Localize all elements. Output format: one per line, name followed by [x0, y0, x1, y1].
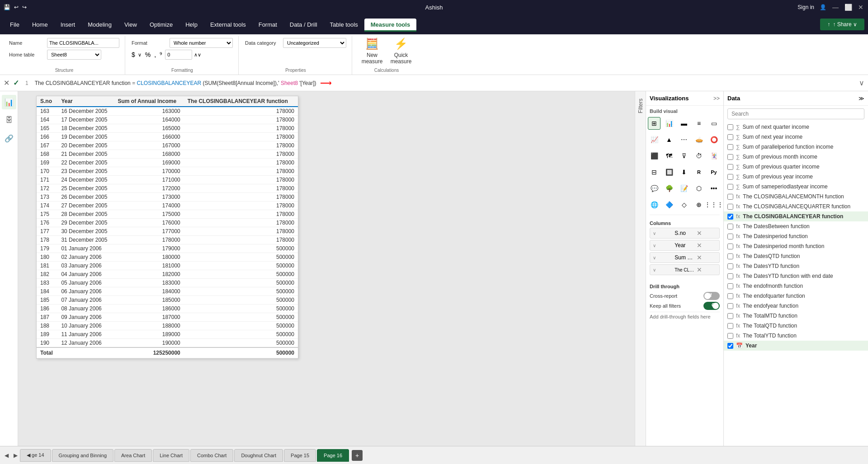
decimal-input[interactable]	[165, 50, 192, 60]
menu-data-drill[interactable]: Data / Drill	[283, 19, 324, 31]
viz-donut-icon[interactable]: ⭕	[708, 133, 720, 146]
tab-page16[interactable]: Page 16	[317, 449, 349, 462]
save-icon[interactable]: 💾	[4, 4, 10, 10]
data-list-item[interactable]: fxThe TotalMTD function	[724, 311, 868, 321]
data-list-item[interactable]: ∑Sum of next year income	[724, 132, 868, 142]
share-button[interactable]: ↑ ↑ Share ∨	[820, 19, 864, 30]
data-item-checkbox[interactable]	[727, 224, 733, 230]
viz-col-year-remove[interactable]: ✕	[697, 242, 717, 249]
decimal-more-btn[interactable]: ⁹	[160, 51, 162, 58]
viz-table-icon[interactable]: ⊞	[648, 117, 660, 130]
data-list-item[interactable]: ∑Sum of parallelperiod function income	[724, 142, 868, 152]
data-list-item[interactable]: ∑Sum of next quarter income	[724, 122, 868, 132]
data-list-item[interactable]: ∑Sum of sameperiodlastyear income	[724, 182, 868, 192]
data-item-checkbox[interactable]	[727, 253, 733, 259]
formula-cancel-btn[interactable]: ✕	[4, 79, 9, 87]
data-item-checkbox[interactable]	[727, 293, 733, 299]
data-item-checkbox[interactable]	[727, 194, 733, 200]
viz-keep-filters-toggle[interactable]: On	[703, 302, 720, 310]
data-list-item[interactable]: ∑Sum of previous year income	[724, 172, 868, 182]
data-list-item[interactable]: 📅Year	[724, 341, 868, 351]
data-panel-collapse-btn[interactable]: ≫	[859, 95, 864, 102]
currency-symbol-btn[interactable]: $	[132, 51, 135, 58]
tab-doughnut-chart[interactable]: Doughnut Chart	[234, 449, 283, 462]
data-list-item[interactable]: fxThe DatesYTD function	[724, 261, 868, 271]
viz-cross-report-toggle[interactable]: Off	[703, 292, 720, 300]
viz-100-bar-icon[interactable]: ▭	[708, 117, 720, 130]
viz-col-sno-remove[interactable]: ✕	[697, 230, 717, 237]
viz-custom1-icon[interactable]: 🔷	[663, 198, 675, 211]
data-list-item[interactable]: ∑Sum of previous quarter income	[724, 162, 868, 172]
tab-next-btn[interactable]: ▶	[11, 449, 20, 462]
decimal-arrows[interactable]: ∧∨	[194, 52, 201, 58]
viz-scatter-icon[interactable]: ⋯	[678, 133, 690, 146]
home-table-select[interactable]: Sheet8	[47, 50, 101, 60]
viz-diamond-icon[interactable]: ◇	[678, 198, 690, 211]
formula-accept-btn[interactable]: ✓	[13, 79, 19, 87]
data-item-checkbox[interactable]	[727, 234, 733, 239]
menu-home[interactable]: Home	[26, 19, 54, 31]
viz-stacked-bar-icon[interactable]: ▬	[678, 117, 690, 130]
data-list-item[interactable]: ∑Sum of previous month income	[724, 152, 868, 162]
menu-modeling[interactable]: Modeling	[81, 19, 118, 31]
viz-py-icon[interactable]: Py	[708, 166, 720, 178]
data-item-checkbox[interactable]	[727, 303, 733, 309]
data-list-item[interactable]: fxThe Datesinperiod month function	[724, 241, 868, 251]
new-measure-btn[interactable]: 🧮 Newmeasure	[359, 38, 386, 64]
undo-icon[interactable]: ↩	[14, 4, 19, 10]
viz-globe-icon[interactable]: 🌐	[648, 198, 660, 211]
viz-treemap-icon[interactable]: ⬛	[648, 150, 660, 162]
viz-funnel-icon[interactable]: ⊽	[678, 150, 690, 162]
data-item-checkbox[interactable]	[727, 343, 733, 349]
viz-more-icon[interactable]: •••	[708, 182, 720, 195]
viz-card-icon[interactable]: 🃏	[708, 150, 720, 162]
viz-pie-icon[interactable]: 🥧	[693, 133, 705, 146]
quick-measure-btn[interactable]: ⚡ Quickmeasure	[387, 38, 415, 64]
data-item-checkbox[interactable]	[727, 244, 733, 249]
viz-dots-icon[interactable]: ⋮⋮⋮	[708, 198, 720, 211]
tab-area-chart[interactable]: Area Chart	[114, 449, 152, 462]
percent-btn[interactable]: ∨	[138, 52, 142, 58]
data-item-checkbox[interactable]	[727, 154, 733, 160]
data-list-item[interactable]: fxThe endofmonth function	[724, 281, 868, 291]
viz-clustered-bar-icon[interactable]: ≡	[693, 117, 705, 130]
sidebar-data-icon[interactable]: 🗄	[2, 113, 16, 127]
minimize-btn[interactable]: —	[832, 4, 839, 11]
data-category-select[interactable]: Uncategorized	[283, 38, 346, 48]
tab-line-chart[interactable]: Line Chart	[153, 449, 189, 462]
data-search-input[interactable]	[727, 108, 864, 119]
data-list-item[interactable]: fxThe endofyear function	[724, 301, 868, 311]
percent-symbol-btn[interactable]: %	[145, 51, 151, 58]
data-item-checkbox[interactable]	[727, 124, 733, 130]
menu-table-tools[interactable]: Table tools	[324, 19, 364, 31]
viz-qna-icon[interactable]: 💬	[648, 182, 660, 195]
data-item-checkbox[interactable]	[727, 214, 733, 220]
data-item-checkbox[interactable]	[727, 323, 733, 329]
viz-shape-icon[interactable]: ⬡	[693, 182, 705, 195]
viz-line-icon[interactable]: 📈	[648, 133, 660, 146]
viz-area-icon[interactable]: ▲	[663, 133, 675, 146]
viz-col-annual-income-remove[interactable]: ✕	[697, 254, 717, 261]
data-item-checkbox[interactable]	[727, 184, 733, 190]
data-list-item[interactable]: fxThe DatesBetween function	[724, 221, 868, 231]
menu-view[interactable]: View	[118, 19, 143, 31]
data-list-item[interactable]: fxThe Datesinperiod function	[724, 231, 868, 241]
viz-col-closing-balance-remove[interactable]: ✕	[697, 266, 717, 273]
comma-btn[interactable]: ,	[154, 51, 156, 58]
filters-label[interactable]: Filters	[637, 98, 644, 113]
viz-expand-btn[interactable]: >>	[713, 95, 720, 102]
maximize-btn[interactable]: ⬜	[844, 4, 852, 11]
formula-expand-btn[interactable]: ∨	[859, 79, 864, 87]
sidebar-report-icon[interactable]: 📊	[2, 95, 16, 109]
data-list-item[interactable]: fxThe DatesYTD function with end date	[724, 271, 868, 281]
data-item-checkbox[interactable]	[727, 144, 733, 150]
viz-bar-icon[interactable]: 📊	[663, 117, 675, 130]
signin-label[interactable]: Sign in	[797, 4, 814, 10]
data-list-item[interactable]: fxThe TotalQTD function	[724, 321, 868, 331]
data-list-item[interactable]: fxThe CLOSINGBALANCEYEAR function	[724, 211, 868, 221]
viz-custom2-icon[interactable]: ⊕	[693, 198, 705, 211]
data-list-item[interactable]: fxThe CLOSINGBALANCEMONTH function	[724, 192, 868, 202]
data-list-item[interactable]: fxThe DatesQTD function	[724, 251, 868, 261]
menu-optimize[interactable]: Optimize	[143, 19, 179, 31]
name-input[interactable]	[47, 38, 119, 48]
